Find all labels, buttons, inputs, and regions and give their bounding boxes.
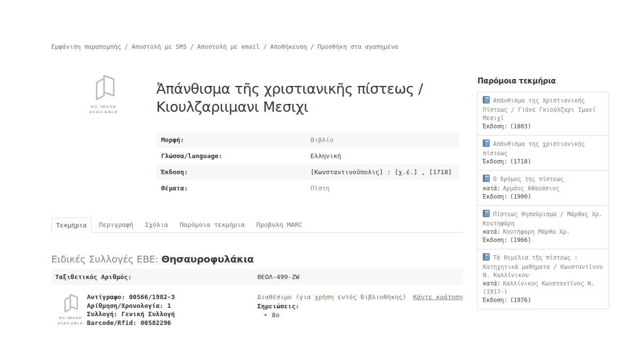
similar-item: Απάνθισμα της Χριστιανικής Πίστεως / Γιά… bbox=[477, 92, 609, 135]
bib-table: Μορφή: Βιβλίο Γλώσσα/language: Ελληνική … bbox=[156, 132, 459, 196]
barcode-line: Barcode/Rfid:00582296 bbox=[87, 319, 257, 327]
author-link[interactable]: Αρμάος Αθανάσιος bbox=[503, 185, 559, 192]
book-format-icon bbox=[483, 253, 490, 263]
field-label: Θέματα: bbox=[161, 184, 310, 192]
callnumber-value: ΘΕΟΛ-499-ZW bbox=[257, 273, 299, 281]
similar-item: Πίστεως θησαύρισμα / Μάρθας Χρ. Κουτηφάρ… bbox=[477, 205, 609, 249]
place-hold-link[interactable]: Κάντε κράτηση bbox=[413, 293, 463, 302]
no-image-label: NO IMAGE AVAILABLE bbox=[58, 315, 83, 326]
toolbar-separator: / bbox=[124, 43, 128, 50]
availability-column: Διαθέσιμο (για χρήση εντός Βιβλιοθήκης) … bbox=[257, 293, 463, 327]
callnumber-row: Ταξιθετικός Αριθμός: ΘΕΟΛ-499-ZW bbox=[51, 269, 463, 285]
author-link[interactable]: Κουτήφαρη Μάρθα Χρ. bbox=[503, 228, 570, 235]
collection-line: Συλλογή:Γενική Συλλογή bbox=[87, 310, 257, 319]
similar-item-link[interactable]: Ο δρόμος της πίστεως bbox=[493, 176, 564, 182]
book-format-icon bbox=[483, 140, 490, 149]
field-value: Ελληνική bbox=[310, 152, 341, 160]
record-tabs: Τεκμήρια Περιγραφή Σχόλια Παρόμοια τεκμή… bbox=[51, 218, 463, 233]
notes-label: Σημειώσεις: bbox=[257, 302, 463, 311]
copy-details: Αντίγραφο:00566/1982-3 Αρίθμηση/Χρονολογ… bbox=[87, 293, 257, 327]
similar-item-link[interactable]: Τά θεμέλια τῆς πίστεως : Κατηχητικά μαθή… bbox=[483, 254, 603, 279]
bib-row-subjects: Θέματα: Πίστη bbox=[156, 180, 459, 196]
availability-status: Διαθέσιμο (για χρήση εντός Βιβλιοθήκης) bbox=[257, 293, 406, 302]
similar-item-link[interactable]: Πίστεως θησαύρισμα / Μάρθας Χρ. Κουτηφάρ… bbox=[483, 211, 602, 227]
book-format-icon bbox=[483, 96, 490, 106]
record-title: Ἀπάνθισμα τῆς χριστιανικῆς πίστεως / Κιο… bbox=[156, 80, 463, 116]
edition-label: Έκδοση: bbox=[483, 297, 508, 303]
edition-label: Έκδοση: bbox=[483, 237, 508, 243]
field-value: [Κωνσταντινούπολις] : [χ.έ.] , [1718] bbox=[310, 168, 452, 176]
bib-row-published: Έκδοση: [Κωνσταντινούπολις] : [χ.έ.] , [… bbox=[156, 164, 459, 180]
bib-row-language: Γλώσσα/language: Ελληνική bbox=[156, 148, 459, 164]
edition-value: (1976) bbox=[510, 297, 531, 303]
edition-value: (1966) bbox=[510, 237, 531, 243]
enumeration-line: Αρίθμηση/Χρονολογία:1 bbox=[87, 302, 257, 310]
sidebar-title: Παρόμοια τεκμήρια bbox=[477, 77, 609, 85]
book-format-icon bbox=[483, 210, 490, 220]
by-label: κατά: bbox=[483, 185, 500, 192]
section-prefix: Ειδικές Συλλογές ΕΒΕ: bbox=[51, 253, 158, 265]
subject-link[interactable]: Πίστη bbox=[310, 184, 330, 192]
note-item: •8ο bbox=[257, 311, 463, 320]
copy-number-line: Αντίγραφο:00566/1982-3 bbox=[87, 293, 257, 302]
field-label: Γλώσσα/language: bbox=[161, 152, 310, 160]
toolbar-separator: / bbox=[310, 43, 314, 50]
bullet: • bbox=[264, 311, 268, 319]
similar-item-link[interactable]: Απάνθισμα της Χριστιανικής Πίστεως / Γιά… bbox=[483, 97, 596, 121]
book-format-icon bbox=[483, 175, 490, 184]
favorites-link[interactable]: Προσθήκη στα αγαπημένα bbox=[317, 43, 398, 50]
similar-items-sidebar: Παρόμοια τεκμήρια Απάνθισμα της Χριστιαν… bbox=[477, 77, 609, 309]
similar-item: Απάνθισμα της χριστιανικής πίστεως Έκδοσ… bbox=[477, 135, 609, 170]
holdings-section-title: Ειδικές Συλλογές ΕΒΕ: Θησαυροφυλάκια bbox=[51, 254, 463, 264]
tab-holdings[interactable]: Τεκμήρια bbox=[51, 218, 92, 233]
no-image-placeholder: NO IMAGE AVAILABLE bbox=[51, 73, 156, 196]
similar-item: Ο δρόμος της πίστεως κατά:Αρμάος Αθανάσι… bbox=[477, 170, 609, 205]
edition-label: Έκδοση: bbox=[483, 123, 508, 130]
save-link[interactable]: Αποθήκευση bbox=[270, 43, 307, 50]
no-image-placeholder-small: NO IMAGE AVAILABLE bbox=[56, 293, 84, 327]
edition-value: (1803) bbox=[510, 123, 531, 130]
field-label: Μορφή: bbox=[161, 136, 310, 144]
email-link[interactable]: Αποστολή με email bbox=[197, 43, 260, 50]
record-page: Εμφάνιση παραπομπής/Αποστολή με SMS/Αποσ… bbox=[0, 0, 620, 364]
by-label: κατά: bbox=[483, 228, 500, 235]
sms-link[interactable]: Αποστολή με SMS bbox=[132, 43, 187, 50]
by-label: κατά: bbox=[483, 280, 500, 287]
edition-label: Έκδοση: bbox=[483, 193, 508, 200]
callnumber-label: Ταξιθετικός Αριθμός: bbox=[55, 273, 257, 281]
similar-item: Τά θεμέλια τῆς πίστεως : Κατηχητικά μαθή… bbox=[477, 249, 609, 309]
main-content: NO IMAGE AVAILABLE Ἀπάνθισμα τῆς χριστια… bbox=[51, 73, 463, 327]
tab-similar-items[interactable]: Παρόμοια τεκμήρια bbox=[175, 218, 249, 233]
tab-description[interactable]: Περιγραφή bbox=[95, 218, 138, 233]
no-image-book-icon bbox=[62, 294, 79, 313]
cite-link[interactable]: Εμφάνιση παραπομπής bbox=[51, 43, 121, 50]
tab-comments[interactable]: Σχόλια bbox=[141, 218, 172, 233]
toolbar-separator: / bbox=[190, 43, 194, 50]
tab-marc-view[interactable]: Προβολή MARC bbox=[252, 218, 307, 233]
toolbar-separator: / bbox=[263, 43, 267, 50]
record-toolbar: Εμφάνιση παραπομπής/Αποστολή με SMS/Αποσ… bbox=[51, 43, 398, 50]
edition-value: (1900) bbox=[510, 193, 531, 200]
format-link[interactable]: Βιβλίο bbox=[310, 136, 333, 143]
bib-row-format: Μορφή: Βιβλίο bbox=[156, 132, 459, 148]
similar-items-list: Απάνθισμα της Χριστιανικής Πίστεως / Γιά… bbox=[477, 92, 609, 309]
section-name: Θησαυροφυλάκια bbox=[161, 253, 253, 265]
similar-item-link[interactable]: Απάνθισμα της χριστιανικής πίστεως bbox=[483, 141, 585, 157]
field-label: Έκδοση: bbox=[161, 168, 310, 176]
edition-value: (1718) bbox=[510, 158, 531, 165]
no-image-label: NO IMAGE AVAILABLE bbox=[89, 104, 118, 115]
holding-item: NO IMAGE AVAILABLE Αντίγραφο:00566/1982-… bbox=[51, 290, 463, 327]
edition-label: Έκδοση: bbox=[483, 158, 508, 165]
no-image-book-icon bbox=[92, 74, 116, 101]
